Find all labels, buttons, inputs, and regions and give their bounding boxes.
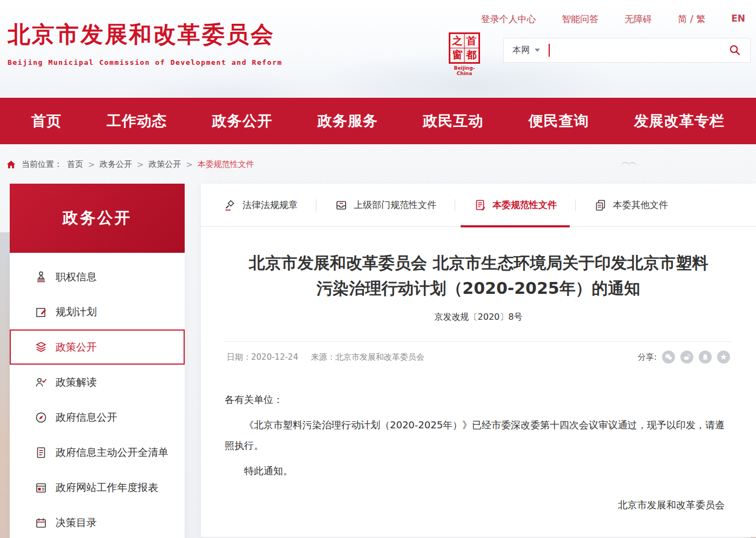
sidebar-item-website-annual-report[interactable]: 政府网站工作年度报表 — [10, 470, 185, 505]
breadcrumb: 当前位置： 首页 > 政务公开 > 政策公开 > 本委规范性文件 — [5, 159, 756, 170]
seal-char: 都 — [464, 48, 478, 62]
share-weibo-button[interactable] — [680, 351, 693, 364]
beijing-china-seal-logo[interactable]: 之 首 窗 都 Beijing-China — [447, 32, 482, 76]
sidebar-item-label: 政府网站工作年度报表 — [56, 481, 158, 495]
plan-edit-icon — [35, 306, 48, 319]
document-number: 京发改规〔2020〕8号 — [225, 312, 732, 323]
search-scope-dropdown[interactable]: 本网 — [512, 45, 540, 56]
search-button[interactable] — [728, 44, 741, 57]
article-title-line1: 北京市发展和改革委员会 北京市生态环境局关于印发北京市塑料 — [225, 251, 732, 276]
breadcrumb-policy-disclosure[interactable]: 政策公开 — [148, 159, 181, 170]
nav-item-gov-disclosure[interactable]: 政务公开 — [212, 111, 273, 131]
english-link[interactable]: EN — [731, 13, 745, 25]
tab-laws-regulations[interactable]: 法律法规规章 — [205, 184, 316, 226]
interpretation-icon — [35, 376, 48, 389]
share-bar: 分享: — [638, 351, 730, 364]
documents-copy-icon — [594, 199, 607, 212]
share-label: 分享: — [638, 352, 657, 362]
sidebar-item-label: 政策公开 — [56, 340, 97, 354]
list-document-icon — [35, 446, 48, 459]
calendar-icon — [35, 516, 48, 529]
breadcrumb-separator: > — [88, 160, 95, 170]
tab-label: 本委其他文件 — [613, 199, 668, 211]
article-title-line2: 污染治理行动计划（2020-2025年）的通知 — [225, 276, 732, 301]
site-subtitle: Beijing Municipal Commission of Developm… — [8, 58, 282, 66]
breadcrumb-gov-disclosure[interactable]: 政务公开 — [100, 159, 132, 170]
sidebar-title: 政务公开 — [10, 184, 185, 253]
article-date: 2020-12-24 — [251, 352, 298, 362]
sidebar-menu: 职权信息 规划计划 政策公开 — [10, 253, 185, 538]
star-icon — [719, 353, 728, 361]
sidebar-item-policy-interpretation[interactable]: 政策解读 — [10, 365, 185, 400]
smart-qa-link[interactable]: 智能问答 — [562, 13, 599, 25]
site-logo[interactable]: 北京市发展和改革委员会 Beijing Municipal Commission… — [8, 19, 282, 66]
seal-icon: 之 首 窗 都 — [449, 32, 480, 64]
breadcrumb-current: 本委规范性文件 — [198, 159, 254, 170]
compass-icon — [35, 411, 48, 424]
home-icon — [5, 159, 17, 170]
body-paragraph: 《北京市塑料污染治理行动计划（2020-2025年）》已经市委深改委第十四次会议… — [225, 415, 732, 456]
sidebar-item-decision-catalog[interactable]: 决策目录 — [10, 505, 185, 538]
accessibility-link[interactable]: 无障碍 — [625, 13, 652, 25]
search-scope-label: 本网 — [512, 45, 530, 56]
sidebar-item-label: 政府信息主动公开全清单 — [56, 446, 168, 460]
document-pen-icon — [474, 199, 487, 212]
share-qq-button[interactable] — [699, 351, 712, 364]
site-header: 北京市发展和改革委员会 Beijing Municipal Commission… — [0, 0, 756, 98]
simplified-traditional-toggle[interactable]: 简 / 繁 — [678, 13, 706, 25]
gavel-icon — [224, 199, 237, 212]
sidebar: 政务公开 职权信息 规划计划 — [10, 184, 185, 538]
tab-label: 本委规范性文件 — [492, 199, 557, 211]
sidebar-item-planning[interactable]: 规划计划 — [10, 294, 185, 329]
sidebar-item-policy-disclosure[interactable]: 政策公开 — [10, 329, 185, 365]
content-panel: 法律法规规章 上级部门规范性文件 — [201, 184, 756, 537]
chevron-down-icon — [535, 49, 540, 52]
sidebar-item-authority-info[interactable]: 职权信息 — [10, 259, 185, 294]
sidebar-item-gov-info-disclosure[interactable]: 政府信息公开 — [10, 400, 185, 435]
article-body: 各有关单位： 《北京市塑料污染治理行动计划（2020-2025年）》已经市委深改… — [225, 389, 732, 515]
breadcrumb-home[interactable]: 首页 — [67, 159, 83, 170]
nav-item-reform-column[interactable]: 发展改革专栏 — [634, 111, 725, 131]
article-meta: 日期：2020-12-24 来源：北京市发展和改革委员会 — [227, 352, 424, 362]
sidebar-item-label: 职权信息 — [56, 270, 97, 284]
nav-item-convenient-query[interactable]: 便民查询 — [529, 111, 589, 131]
share-favorite-button[interactable] — [717, 351, 730, 364]
site-title: 北京市发展和改革委员会 — [8, 19, 282, 50]
article-title: 北京市发展和改革委员会 北京市生态环境局关于印发北京市塑料 污染治理行动计划（2… — [225, 251, 732, 301]
seal-char: 之 — [450, 34, 464, 48]
layers-icon — [35, 341, 48, 354]
tab-superior-normative-documents[interactable]: 上级部门规范性文件 — [316, 184, 455, 226]
tab-committee-normative-documents[interactable]: 本委规范性文件 — [455, 184, 575, 226]
article-meta-row: 日期：2020-12-24 来源：北京市发展和改革委员会 分享: — [225, 342, 732, 364]
stamp-icon — [35, 271, 48, 284]
search-input[interactable] — [550, 42, 728, 58]
page: 北京市发展和改革委员会 Beijing Municipal Commission… — [0, 0, 756, 538]
body-paragraph: 特此通知。 — [225, 461, 732, 482]
source-label: 来源： — [311, 352, 335, 362]
date-label: 日期： — [227, 352, 251, 362]
seal-char: 窗 — [450, 48, 464, 62]
tab-committee-other-documents[interactable]: 本委其他文件 — [576, 184, 686, 226]
annual-report-icon — [35, 481, 48, 494]
login-personal-center-link[interactable]: 登录个人中心 — [481, 13, 536, 25]
sidebar-item-label: 政策解读 — [56, 375, 97, 389]
nav-item-home[interactable]: 首页 — [31, 111, 62, 131]
article-source: 北京市发展和改革委员会 — [335, 352, 424, 362]
sidebar-item-label: 规划计划 — [56, 305, 97, 319]
seal-char: 首 — [464, 34, 478, 48]
nav-item-public-interaction[interactable]: 政民互动 — [423, 111, 483, 131]
wechat-icon — [664, 353, 673, 361]
main-nav: 首页 工作动态 政务公开 政务服务 政民互动 便民查询 发展改革专栏 — [0, 98, 756, 144]
share-wechat-button[interactable] — [662, 351, 675, 364]
nav-item-work-news[interactable]: 工作动态 — [106, 111, 167, 131]
sidebar-item-gov-info-full-list[interactable]: 政府信息主动公开全清单 — [10, 435, 185, 470]
seal-caption: Beijing-China — [447, 65, 482, 76]
tab-label: 法律法规规章 — [242, 199, 298, 211]
signature: 北京市发展和改革委员会 — [225, 495, 732, 516]
search-box: 本网 — [503, 38, 751, 63]
breadcrumb-separator: > — [137, 160, 144, 170]
nav-item-gov-services[interactable]: 政务服务 — [318, 111, 378, 131]
utility-links: 登录个人中心 智能问答 无障碍 简 / 繁 EN — [481, 13, 745, 25]
sidebar-item-label: 决策目录 — [56, 516, 97, 530]
breadcrumb-label: 当前位置： — [22, 159, 62, 170]
